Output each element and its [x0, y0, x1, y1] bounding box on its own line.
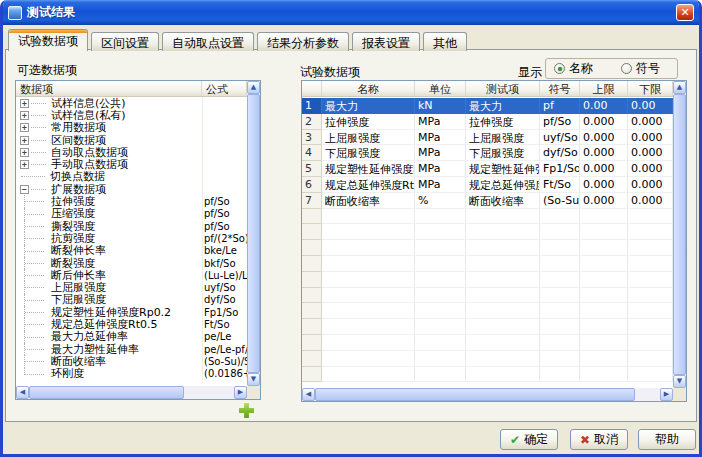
- grid-column-header[interactable]: 名称: [322, 81, 415, 96]
- grid-empty-row[interactable]: [302, 288, 673, 304]
- grid-cell: (So-Su)/So: [540, 193, 580, 209]
- help-button[interactable]: 帮助: [638, 429, 696, 450]
- cancel-button-label: 取消: [594, 431, 618, 448]
- tab-test-data-items[interactable]: 试验数据项: [8, 29, 88, 51]
- left-hscroll-thumb[interactable]: [29, 386, 184, 399]
- grid-row[interactable]: 4下屈服强度MPa下屈服强度dyf/So0.0000.000: [302, 145, 673, 161]
- grid-row[interactable]: 5规定塑性延伸强度Rp0.2MPa规定塑性延伸强度Rp0.2Fp1/So0.00…: [302, 161, 673, 177]
- grid-cell: [580, 224, 628, 240]
- tree-item[interactable]: 环刚度(0.0186+0: [16, 368, 247, 380]
- column-header-data-item[interactable]: 数据项: [16, 81, 202, 96]
- tab-other[interactable]: 其他: [423, 32, 467, 51]
- tab-result-analysis-params[interactable]: 结果分析参数: [257, 32, 349, 51]
- grid-cell: [302, 272, 322, 288]
- expand-plus-icon[interactable]: +: [20, 111, 29, 120]
- grid-cell: %: [415, 193, 466, 209]
- grid-cell: [540, 272, 580, 288]
- scroll-left-icon[interactable]: ◀: [16, 386, 29, 399]
- ok-button-label: 确定: [524, 431, 548, 448]
- grid-cell: [415, 288, 466, 304]
- grid-empty-row[interactable]: [302, 209, 673, 225]
- expand-plus-icon[interactable]: +: [20, 160, 29, 169]
- tab-page: 可选数据项 数据项 公式 +试样信息(公共)+试样信息(私有)+常用数据项+区间…: [5, 49, 697, 422]
- tab-report-settings[interactable]: 报表设置: [352, 32, 420, 51]
- grid-cell: 拉伸强度: [466, 114, 540, 130]
- expand-plus-icon[interactable]: +: [20, 123, 29, 132]
- help-button-label: 帮助: [655, 431, 679, 448]
- grid-empty-row[interactable]: [302, 272, 673, 288]
- grid-cell: [302, 288, 322, 304]
- expand-plus-icon[interactable]: +: [20, 148, 29, 157]
- grid-cell: [466, 240, 540, 256]
- grid-empty-row[interactable]: [302, 224, 673, 240]
- grid-row[interactable]: 7断面收缩率%断面收缩率(So-Su)/So0.0000.000: [302, 193, 673, 209]
- grid-cell: [628, 209, 673, 225]
- expand-plus-icon[interactable]: +: [20, 136, 29, 145]
- grid-cell: [466, 272, 540, 288]
- radio-selected-icon[interactable]: [554, 63, 565, 74]
- scroll-up-icon[interactable]: ▲: [673, 81, 686, 94]
- tree-line: [31, 189, 46, 190]
- grid-cell: [466, 351, 540, 367]
- tab-strip: 试验数据项 区间设置 自动取点设置 结果分析参数 报表设置 其他: [8, 29, 467, 51]
- ok-button[interactable]: ✔ 确定: [500, 429, 558, 450]
- scroll-up-icon[interactable]: ▲: [247, 81, 260, 94]
- grid-cell: [302, 367, 322, 383]
- collapse-minus-icon[interactable]: −: [20, 185, 29, 194]
- grid-column-header[interactable]: 符号: [540, 81, 580, 96]
- grid-horizontal-scrollbar[interactable]: ◀ ▶: [302, 388, 673, 401]
- grid-row[interactable]: 1最大力kN最大力pf0.000.00: [302, 98, 673, 114]
- cancel-button[interactable]: ✖ 取消: [570, 429, 628, 450]
- expand-plus-icon[interactable]: +: [20, 99, 29, 108]
- left-vertical-scrollbar[interactable]: ▲ ▼: [247, 81, 260, 386]
- grid-vscroll-thumb[interactable]: [673, 94, 686, 375]
- scroll-right-icon[interactable]: ▶: [234, 386, 247, 399]
- grid-empty-row[interactable]: [302, 367, 673, 383]
- left-hscroll-track[interactable]: [184, 386, 234, 399]
- column-header-formula[interactable]: 公式: [202, 81, 247, 96]
- grid-row[interactable]: 3上屈服强度MPa上屈服强度uyf/So0.0000.000: [302, 130, 673, 146]
- grid-cell: MPa: [415, 130, 466, 146]
- grid-empty-row[interactable]: [302, 240, 673, 256]
- grid-hscroll-thumb[interactable]: [315, 388, 635, 401]
- grid-hscroll-track[interactable]: [635, 388, 660, 401]
- tree-connector: [24, 208, 49, 220]
- left-horizontal-scrollbar[interactable]: ◀ ▶: [16, 386, 247, 399]
- grid-cell: [302, 240, 322, 256]
- grid-cell: [580, 240, 628, 256]
- grid-cell: [466, 224, 540, 240]
- title-bar[interactable]: 测试结果 ✕: [3, 0, 699, 25]
- grid-empty-row[interactable]: [302, 256, 673, 272]
- radio-name-label: 名称: [569, 60, 593, 77]
- grid-cell: [628, 367, 673, 383]
- tab-auto-point-settings[interactable]: 自动取点设置: [162, 32, 254, 51]
- radio-unselected-icon[interactable]: [621, 63, 632, 74]
- radio-symbol-label: 符号: [636, 60, 660, 77]
- tree-connector: [24, 257, 49, 269]
- grid-empty-row[interactable]: [302, 351, 673, 367]
- grid-cell: [628, 272, 673, 288]
- grid-cell: [415, 240, 466, 256]
- grid-empty-row[interactable]: [302, 335, 673, 351]
- scroll-right-icon[interactable]: ▶: [660, 388, 673, 401]
- grid-column-header[interactable]: [302, 81, 322, 96]
- grid-row[interactable]: 6规定总延伸强度Rt0.5MPa规定总延伸强度Rt0.5Ft/So0.0000.…: [302, 177, 673, 193]
- grid-column-header[interactable]: 单位: [415, 81, 466, 96]
- grid-column-header[interactable]: 上限: [580, 81, 628, 96]
- add-new-item-button[interactable]: [239, 403, 254, 418]
- radio-name-option[interactable]: 名称: [554, 60, 593, 77]
- grid-vertical-scrollbar[interactable]: ▲ ▼: [673, 81, 686, 388]
- scroll-left-icon[interactable]: ◀: [302, 388, 315, 401]
- scroll-down-icon[interactable]: ▼: [673, 375, 686, 388]
- grid-column-header[interactable]: 下限: [628, 81, 673, 96]
- close-button[interactable]: ✕: [676, 4, 694, 21]
- grid-column-header[interactable]: 测试项: [466, 81, 540, 96]
- tab-interval-settings[interactable]: 区间设置: [91, 32, 159, 51]
- grid-empty-row[interactable]: [302, 319, 673, 335]
- grid-cell: [540, 319, 580, 335]
- radio-symbol-option[interactable]: 符号: [621, 60, 660, 77]
- grid-empty-row[interactable]: [302, 303, 673, 319]
- left-vscroll-thumb[interactable]: [247, 94, 260, 373]
- grid-row[interactable]: 2拉伸强度MPa拉伸强度pf/So0.0000.000: [302, 114, 673, 130]
- scroll-down-icon[interactable]: ▼: [247, 373, 260, 386]
